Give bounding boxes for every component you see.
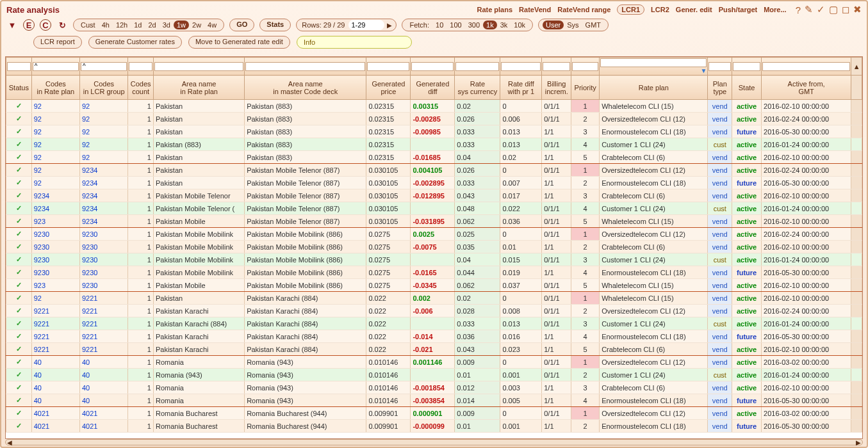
time-option-3d[interactable]: 3d xyxy=(160,20,174,29)
help-icon[interactable]: ? xyxy=(796,4,801,15)
top-nav-push-target[interactable]: Push/target xyxy=(719,6,758,13)
cell-codes-lcr[interactable]: 9234 xyxy=(79,177,127,189)
cell-codes-lcr[interactable]: 4021 xyxy=(79,420,127,433)
col-header-4[interactable]: Area namein Rate plan xyxy=(153,76,244,100)
col-header-8[interactable]: Ratesys currency xyxy=(455,76,500,100)
fetch-option-100[interactable]: 100 xyxy=(446,20,464,29)
cell-codes-lcr[interactable]: 9221 xyxy=(79,343,127,356)
filter-arn-mcd[interactable] xyxy=(245,62,365,71)
filter-pr[interactable] xyxy=(572,62,598,71)
table-row[interactable]: ✓40401RomaniaRomania (943)0.010146-0.001… xyxy=(6,381,862,394)
col-header-15[interactable]: Active from,GMT xyxy=(762,76,851,100)
cell-codes-rp[interactable]: 9221 xyxy=(31,330,79,343)
filter-rdp1[interactable] xyxy=(501,62,541,71)
cell-codes-rp[interactable]: 9221 xyxy=(31,317,79,330)
col-header-7[interactable]: Generateddiff xyxy=(411,76,455,100)
cell-codes-lcr[interactable]: 9230 xyxy=(79,241,127,253)
go-button[interactable]: GO xyxy=(229,19,254,31)
table-row[interactable]: ✓92921PakistanPakistan (883)0.02315-0.00… xyxy=(6,125,862,138)
check-icon[interactable]: ✓ xyxy=(817,4,825,15)
col-header-10[interactable]: Billingincrem. xyxy=(542,76,571,100)
rows-next-icon[interactable]: ▶ xyxy=(384,22,395,29)
top-nav-rate-plans[interactable]: Rate plans xyxy=(477,6,512,13)
cell-codes-lcr[interactable]: 40 xyxy=(79,369,127,381)
e-button[interactable]: E xyxy=(23,19,35,31)
cell-codes-rp[interactable]: 923 xyxy=(31,215,79,228)
cell-status[interactable]: ✓ xyxy=(6,266,32,279)
filter-arn-rp[interactable] xyxy=(154,62,243,71)
cell-codes-lcr[interactable]: 92 xyxy=(79,125,127,138)
cell-status[interactable]: ✓ xyxy=(6,241,32,253)
time-option-4h[interactable]: 4h xyxy=(99,20,113,29)
cell-status[interactable]: ✓ xyxy=(6,292,32,305)
cell-status[interactable]: ✓ xyxy=(6,369,32,381)
cell-codes-rp[interactable]: 9230 xyxy=(31,253,79,266)
cell-status[interactable]: ✓ xyxy=(6,279,32,292)
cell-codes-lcr[interactable]: 9221 xyxy=(79,317,127,330)
cell-status[interactable]: ✓ xyxy=(6,202,32,215)
cell-codes-lcr[interactable]: 9221 xyxy=(79,330,127,343)
table-row[interactable]: ✓922192211Pakistan KarachiPakistan Karac… xyxy=(6,330,862,343)
cell-status[interactable]: ✓ xyxy=(6,177,32,189)
cell-codes-rp[interactable]: 9234 xyxy=(31,202,79,215)
col-header-5[interactable]: Area namein master Code deck xyxy=(245,76,366,100)
cell-status[interactable]: ✓ xyxy=(6,330,32,343)
cell-status[interactable]: ✓ xyxy=(6,164,32,177)
table-row[interactable]: ✓40401RomaniaRomania (943)0.010146-0.003… xyxy=(6,394,862,407)
cell-codes-rp[interactable]: 923 xyxy=(31,279,79,292)
cell-codes-lcr[interactable]: 92 xyxy=(79,100,127,113)
time-option-1d[interactable]: 1d xyxy=(131,20,145,29)
top-nav-ratevend-range[interactable]: RateVend range xyxy=(557,6,610,13)
cell-codes-rp[interactable]: 92 xyxy=(31,125,79,138)
table-row[interactable]: ✓92921Pakistan (883)Pakistan (883)0.0231… xyxy=(6,138,862,151)
filter-ptype[interactable] xyxy=(708,62,731,71)
cell-codes-rp[interactable]: 9230 xyxy=(31,266,79,279)
cell-codes-lcr[interactable]: 9234 xyxy=(79,189,127,202)
tz-option-sys[interactable]: Sys xyxy=(564,20,582,29)
filter-gp[interactable] xyxy=(367,62,409,71)
filter-status[interactable] xyxy=(7,62,31,71)
cell-codes-lcr[interactable]: 9221 xyxy=(79,305,127,317)
move-to-gen-button[interactable]: Move to Generated rate edit xyxy=(188,36,290,49)
cell-codes-lcr[interactable]: 9234 xyxy=(79,215,127,228)
table-row[interactable]: ✓402140211Romania BucharestRomania Bucha… xyxy=(6,420,862,433)
cell-status[interactable]: ✓ xyxy=(6,305,32,317)
table-row[interactable]: ✓922192211Pakistan KarachiPakistan Karac… xyxy=(6,343,862,356)
cell-codes-lcr[interactable]: 9230 xyxy=(79,228,127,241)
cell-codes-rp[interactable]: 40 xyxy=(31,356,79,369)
cell-codes-rp[interactable]: 92 xyxy=(31,164,79,177)
cell-codes-rp[interactable]: 92 xyxy=(31,151,79,164)
chevron-down-icon[interactable]: ▼ xyxy=(701,67,707,74)
filter-bi[interactable] xyxy=(543,62,570,71)
cell-codes-rp[interactable]: 92 xyxy=(31,138,79,151)
cell-status[interactable]: ✓ xyxy=(6,420,32,433)
cell-status[interactable]: ✓ xyxy=(6,407,32,420)
top-nav-ratevend[interactable]: RateVend xyxy=(519,6,551,13)
cell-status[interactable]: ✓ xyxy=(6,125,32,138)
table-row[interactable]: ✓92392341Pakistan MobilePakistan Mobile … xyxy=(6,215,862,228)
time-option-2w[interactable]: 2w xyxy=(189,20,204,29)
filter-icon[interactable]: ▼ xyxy=(6,19,18,31)
filter-af[interactable] xyxy=(762,62,850,71)
col-header-13[interactable]: Plantype xyxy=(708,76,732,100)
col-header-14[interactable]: State xyxy=(732,76,762,100)
cell-codes-lcr[interactable]: 9230 xyxy=(79,279,127,292)
table-row[interactable]: ✓402140211Romania BucharestRomania Bucha… xyxy=(6,407,862,420)
cell-codes-rp[interactable]: 92 xyxy=(31,100,79,113)
filter-gd[interactable] xyxy=(411,62,454,71)
cell-codes-rp[interactable]: 9221 xyxy=(31,305,79,317)
cell-status[interactable]: ✓ xyxy=(6,356,32,369)
refresh-icon[interactable]: ↻ xyxy=(56,19,68,31)
time-option-2d[interactable]: 2d xyxy=(145,20,159,29)
cell-codes-rp[interactable]: 9230 xyxy=(31,241,79,253)
table-row[interactable]: ✓923492341Pakistan Mobile TelenorPakista… xyxy=(6,189,862,202)
cell-status[interactable]: ✓ xyxy=(6,394,32,407)
table-row[interactable]: ✓9292341PakistanPakistan Mobile Telenor … xyxy=(6,177,862,189)
col-header-9[interactable]: Rate diffwith pr 1 xyxy=(500,76,542,100)
cell-codes-rp[interactable]: 92 xyxy=(31,292,79,305)
table-row[interactable]: ✓923092301Pakistan Mobile MobilinkPakist… xyxy=(6,241,862,253)
filter-state[interactable] xyxy=(733,62,760,71)
cell-status[interactable]: ✓ xyxy=(6,100,32,113)
maximize-icon[interactable]: ◻ xyxy=(842,4,849,15)
cell-codes-lcr[interactable]: 9230 xyxy=(79,266,127,279)
